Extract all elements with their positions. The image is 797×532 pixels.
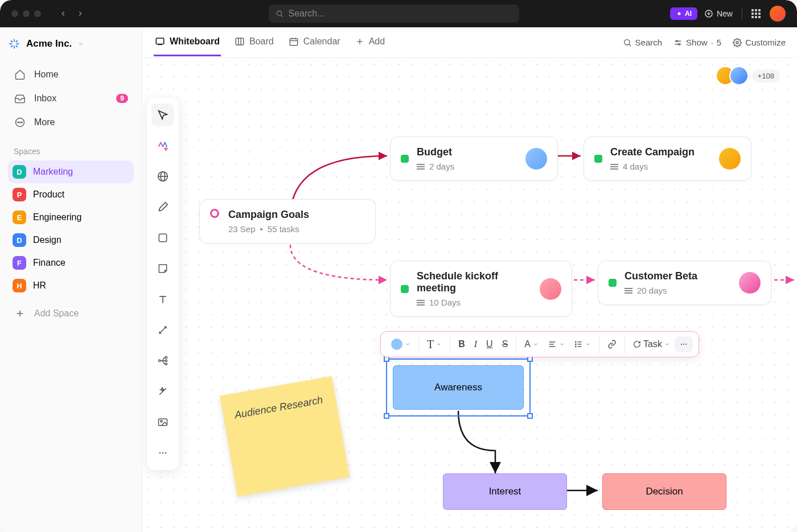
tab-calendar[interactable]: Calendar	[287, 28, 342, 56]
assignee-avatar[interactable]	[525, 148, 547, 170]
svg-point-63	[681, 344, 682, 345]
ai-button[interactable]: AI	[670, 7, 697, 20]
text-color-button[interactable]: A	[520, 336, 543, 353]
sidebar-space-hr[interactable]: HHR	[8, 274, 134, 297]
assignee-avatar[interactable]	[739, 272, 761, 294]
image-tool[interactable]	[151, 411, 174, 434]
nav-home[interactable]: Home	[8, 63, 134, 86]
sidebar: Acme Inc. Home Inbox 9 More Spaces DMark…	[0, 27, 142, 532]
sidebar-space-design[interactable]: DDesign	[8, 229, 134, 251]
svg-point-45	[159, 360, 161, 361]
tab-board[interactable]: Board	[233, 28, 275, 56]
search-icon	[623, 38, 632, 47]
status-green-icon	[401, 285, 409, 293]
nav-more[interactable]: More	[8, 110, 134, 134]
mindmap-tool[interactable]	[151, 349, 174, 372]
home-icon	[14, 68, 26, 81]
shape-decision[interactable]: Decision	[602, 473, 726, 510]
plus-icon	[14, 307, 26, 320]
tab-add-view[interactable]: Add	[354, 28, 386, 56]
space-label: Marketing	[33, 167, 73, 177]
chevron-down-icon	[405, 341, 410, 347]
link-button[interactable]	[603, 336, 621, 352]
ai-tool[interactable]	[151, 134, 174, 157]
svg-point-46	[165, 357, 167, 358]
nav-back-icon[interactable]	[59, 10, 67, 18]
assignee-avatar[interactable]	[540, 278, 561, 300]
svg-point-15	[18, 122, 19, 123]
sidebar-space-finance[interactable]: FFinance	[8, 251, 134, 274]
collaborator-more[interactable]: +108	[752, 69, 780, 83]
whiteboard-canvas[interactable]: +108	[142, 58, 797, 532]
strikethrough-button[interactable]: S	[498, 336, 513, 353]
sidebar-space-marketing[interactable]: DMarketing	[8, 160, 134, 183]
svg-point-65	[685, 344, 687, 345]
card-schedule-kickoff[interactable]: Schedule kickoff meeting 10 Days	[390, 261, 572, 317]
assignee-avatar[interactable]	[719, 148, 741, 170]
svg-line-10	[11, 40, 13, 42]
more-format-button[interactable]	[675, 336, 693, 352]
italic-button[interactable]: I	[470, 336, 482, 353]
svg-point-16	[19, 122, 20, 123]
more-tools[interactable]	[151, 442, 174, 464]
nav-inbox[interactable]: Inbox 9	[8, 86, 134, 110]
text-tool[interactable]	[151, 288, 174, 311]
sticky-tool[interactable]	[151, 257, 174, 280]
card-budget[interactable]: Budget 2 days	[390, 137, 558, 181]
plus-icon	[355, 37, 364, 46]
svg-line-12	[16, 40, 18, 42]
close-window[interactable]	[11, 10, 18, 17]
chevron-down-icon	[585, 341, 591, 347]
show-menu[interactable]: Show · 5	[673, 38, 721, 47]
nav-forward-icon[interactable]	[76, 10, 84, 18]
search-icon	[276, 10, 284, 18]
new-button[interactable]: New	[704, 9, 733, 18]
card-campaign-goals[interactable]: Campaign Goals 23 Sep • 55 tasks	[199, 199, 376, 244]
svg-point-51	[159, 452, 161, 454]
shape-awareness[interactable]: Awareness	[393, 365, 524, 410]
align-button[interactable]	[543, 336, 569, 352]
card-customer-beta[interactable]: Customer Beta 20 days	[598, 261, 771, 305]
magic-tool[interactable]	[151, 380, 174, 403]
cursor-tool[interactable]	[151, 104, 174, 126]
add-space-button[interactable]: Add Space	[8, 302, 134, 325]
shape-interest[interactable]: Interest	[443, 473, 567, 510]
collaborator-stack[interactable]: +108	[721, 66, 780, 85]
description-icon	[417, 300, 425, 306]
sticky-note[interactable]: Audience Research	[220, 376, 350, 497]
apps-grid-icon[interactable]	[751, 9, 761, 18]
maximize-window[interactable]	[34, 10, 41, 17]
convert-task-button[interactable]: Task	[628, 336, 675, 353]
canvas-search[interactable]: Search	[623, 38, 663, 47]
global-search[interactable]: Search...	[269, 5, 519, 23]
sidebar-space-engineering[interactable]: EEngineering	[8, 206, 134, 229]
list-icon	[574, 340, 583, 349]
refresh-icon	[633, 340, 641, 348]
shape-tool[interactable]	[151, 226, 174, 249]
inbox-badge: 9	[116, 94, 128, 103]
list-button[interactable]	[569, 336, 595, 352]
card-create-campaign[interactable]: Create Campaign 4 days	[584, 137, 751, 181]
workspace-switcher[interactable]: Acme Inc.	[8, 38, 134, 50]
status-green-icon	[609, 279, 617, 287]
web-tool[interactable]	[151, 165, 174, 188]
text-style-button[interactable]: T	[422, 335, 446, 354]
sidebar-space-product[interactable]: PProduct	[8, 183, 134, 206]
minimize-window[interactable]	[23, 10, 30, 17]
format-toolbar: T B I U S A Task	[380, 331, 699, 357]
connector-tool[interactable]	[151, 319, 174, 341]
space-letter-icon: E	[13, 211, 26, 224]
user-avatar[interactable]	[770, 6, 786, 22]
underline-button[interactable]: U	[482, 336, 498, 353]
bold-button[interactable]: B	[454, 336, 470, 353]
pen-tool[interactable]	[151, 196, 174, 218]
inbox-icon	[14, 92, 26, 105]
status-green-icon	[594, 155, 602, 163]
customize-button[interactable]: Customize	[733, 38, 786, 47]
tab-whiteboard[interactable]: Whiteboard	[154, 28, 221, 56]
fill-color-button[interactable]	[387, 335, 415, 353]
collaborator-avatar[interactable]	[729, 66, 749, 85]
chevron-down-icon	[559, 341, 565, 347]
space-letter-icon: D	[13, 233, 26, 247]
svg-line-11	[16, 46, 18, 47]
